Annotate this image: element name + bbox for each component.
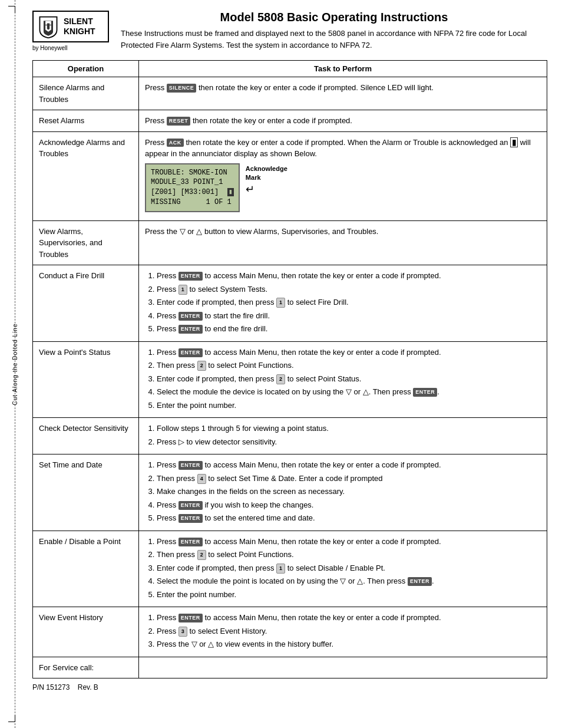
key-button: ENTER (178, 325, 203, 334)
table-row: View a Point's StatusPress ENTER to acce… (33, 341, 547, 418)
operation-cell: View Event History (33, 607, 139, 657)
up-triangle-icon (363, 387, 369, 396)
table-row: Conduct a Fire DrillPress ENTER to acces… (33, 265, 547, 342)
key-button: RESET (167, 117, 191, 126)
operation-cell: For Service call: (33, 657, 139, 678)
table-row: View Event HistoryPress ENTER to access … (33, 607, 547, 657)
key-button: ENTER (413, 388, 437, 397)
key-button: 3 (178, 627, 187, 637)
operation-cell: View a Point's Status (33, 341, 139, 418)
down-triangle-icon (191, 640, 197, 648)
key-button: ENTER (178, 501, 203, 510)
task-step: Press ENTER to end the fire drill. (157, 323, 541, 335)
task-step: Press to view detector sensitivity. (157, 436, 541, 448)
table-row: Reset AlarmsPress RESET then rotate the … (33, 110, 547, 132)
up-triangle-icon (357, 577, 363, 585)
task-text: Press the or button to view Alarms, Supe… (145, 226, 541, 238)
key-button: ENTER (178, 348, 203, 357)
task-step: Press the or to view events in the histo… (157, 638, 541, 650)
task-list: Press ENTER to access Main Menu, then ro… (154, 459, 541, 524)
key-button: 2 (276, 374, 285, 384)
task-cell: Follow steps 1 through 5 for viewing a p… (139, 418, 547, 454)
key-button: 1 (178, 285, 187, 295)
task-step: Press ENTER to access Main Menu, then ro… (157, 270, 541, 282)
side-bar: Cut Along the Dotted Line (0, 0, 29, 728)
logo-area: SILENT KNIGHT by Honeywell (32, 11, 109, 51)
key-button: 1 (276, 298, 285, 308)
task-step: Enter the point number. (157, 589, 541, 601)
content-area: SILENT KNIGHT by Honeywell Model 5808 Ba… (29, 0, 562, 728)
lcd-annotation-area: TROUBLE: SMOKE-IONMODULE_33 POINT_1 [Z00… (145, 160, 541, 216)
key-button: ENTER (178, 538, 203, 546)
footer-pn: P/N 151273 (32, 683, 70, 691)
ack-annotation: AcknowledgeMark↵ (246, 164, 287, 197)
task-step: Press ENTER if you wish to keep the chan… (157, 499, 541, 511)
task-cell: Press ENTER to access Main Menu, then ro… (139, 341, 547, 418)
key-button: 2 (197, 361, 206, 371)
task-step: Select the module the device is located … (157, 386, 541, 398)
task-cell: Press RESET then rotate the key or enter… (139, 110, 547, 132)
logo-honeywell-text: by Honeywell (32, 45, 109, 51)
operation-cell: Silence Alarms and Troubles (33, 77, 139, 110)
footer-rev: Rev. B (78, 683, 98, 691)
task-step: Press ENTER to access Main Menu, then ro… (157, 536, 541, 548)
table-row: View Alarms, Supervisories, and Troubles… (33, 220, 547, 265)
task-cell: Press ENTER to access Main Menu, then ro… (139, 454, 547, 531)
task-step: Then press 4 to select Set Time & Date. … (157, 473, 541, 485)
table-row: Silence Alarms and TroublesPress SILENCE… (33, 77, 547, 110)
down-triangle-icon (346, 387, 352, 396)
operation-cell: Conduct a Fire Drill (33, 265, 139, 342)
task-list: Press ENTER to access Main Menu, then ro… (154, 612, 541, 650)
table-row: For Service call: (33, 657, 547, 678)
task-cell: Press SILENCE then rotate the key or ent… (139, 77, 547, 110)
task-step: Then press 2 to select Point Functions. (157, 549, 541, 561)
task-step: Press ENTER to access Main Menu, then ro… (157, 347, 541, 358)
logo-box: SILENT KNIGHT (32, 11, 109, 42)
down-triangle-icon (180, 227, 186, 236)
task-step: Then press 2 to select Point Functions. (157, 360, 541, 371)
down-triangle-icon (340, 577, 346, 585)
silent-knight-logo-icon (37, 15, 60, 38)
corner-bracket-top (8, 6, 15, 13)
header-title-area: Model 5808 Basic Operating Instructions … (121, 11, 547, 51)
lcd-line: MISSING 1 OF 1 (151, 197, 234, 207)
up-triangle-icon (208, 640, 214, 648)
corner-bracket-bottom (8, 715, 15, 722)
task-step: Make changes in the fields on the screen… (157, 486, 541, 498)
table-row: Enable / Disable a PointPress ENTER to a… (33, 531, 547, 607)
ack-mark: ▮ (510, 137, 518, 147)
operation-cell: Enable / Disable a Point (33, 531, 139, 607)
task-step: Enter code if prompted, then press 1 to … (157, 297, 541, 308)
task-step: Enter the point number. (157, 400, 541, 411)
operation-cell: Check Detector Sensitivity (33, 418, 139, 454)
page-footer: P/N 151273 Rev. B (32, 678, 547, 691)
task-list: Follow steps 1 through 5 for viewing a p… (154, 423, 541, 447)
key-button: ENTER (408, 577, 432, 586)
task-step: Press ENTER to access Main Menu, then ro… (157, 459, 541, 471)
task-step: Press 1 to select System Tests. (157, 284, 541, 295)
task-cell (139, 657, 547, 678)
task-step: Follow steps 1 through 5 for viewing a p… (157, 423, 541, 434)
key-button: ENTER (178, 312, 203, 321)
lcd-display: TROUBLE: SMOKE-IONMODULE_33 POINT_1 [Z00… (145, 163, 240, 212)
task-list: Press ENTER to access Main Menu, then ro… (154, 536, 541, 601)
table-row: Set Time and DatePress ENTER to access M… (33, 454, 547, 531)
task-step: Press ENTER to access Main Menu, then ro… (157, 612, 541, 624)
col-operation-header: Operation (33, 61, 139, 77)
task-step: Press ENTER to start the fire drill. (157, 310, 541, 322)
task-cell: Press ENTER to access Main Menu, then ro… (139, 265, 547, 342)
task-cell: Press ACK then rotate the key or enter a… (139, 131, 547, 220)
task-cell: Press ENTER to access Main Menu, then ro… (139, 607, 547, 657)
operation-cell: Acknowledge Alarms and Troubles (33, 131, 139, 220)
table-row: Acknowledge Alarms and TroublesPress ACK… (33, 131, 547, 220)
key-button: ENTER (178, 272, 203, 281)
page-header: SILENT KNIGHT by Honeywell Model 5808 Ba… (32, 11, 547, 51)
key-button: ENTER (178, 461, 203, 470)
up-triangle-icon (196, 227, 202, 236)
key-button: ENTER (178, 514, 203, 523)
logo-brand-text: SILENT KNIGHT (64, 17, 105, 37)
task-text: Press RESET then rotate the key or enter… (145, 115, 541, 127)
task-step: Press 3 to select Event History. (157, 625, 541, 637)
operation-cell: Set Time and Date (33, 454, 139, 531)
right-triangle-icon (178, 437, 184, 446)
